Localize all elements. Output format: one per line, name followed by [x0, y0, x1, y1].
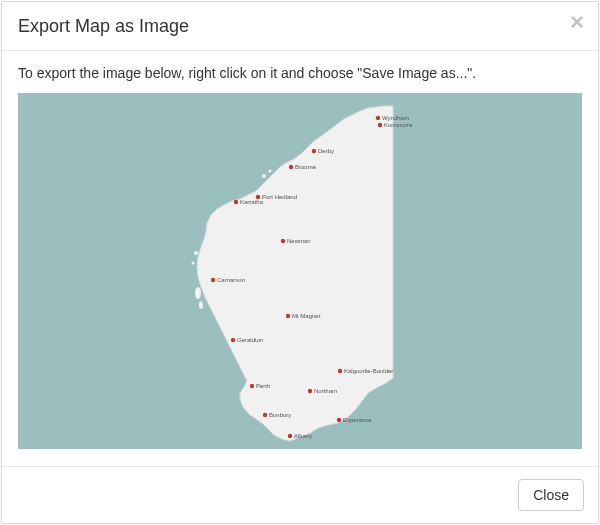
city-label: Albany — [294, 433, 312, 439]
city-marker — [234, 200, 238, 204]
city-marker — [378, 123, 382, 127]
city-label: Mt Magnet — [292, 313, 321, 319]
city-label: Kalgoorlie-Boulder — [344, 368, 393, 374]
landmass — [197, 106, 393, 441]
export-map-modal: Export Map as Image × To export the imag… — [1, 1, 599, 524]
city-marker — [376, 116, 380, 120]
city-label: Karratha — [240, 199, 264, 205]
city-marker — [281, 239, 285, 243]
city-marker — [286, 314, 290, 318]
city-label: Derby — [318, 148, 334, 154]
city-label: Newman — [287, 238, 311, 244]
close-icon[interactable]: × — [570, 10, 584, 34]
modal-footer: Close — [2, 466, 598, 523]
modal-body: To export the image below, right click o… — [2, 51, 598, 465]
map-image[interactable]: WyndhamKununurraDerbyBroomePort HedlandK… — [18, 93, 582, 449]
city-label: Broome — [295, 164, 317, 170]
city-label: Wyndham — [382, 115, 409, 121]
city-label: Perth — [256, 383, 270, 389]
island — [195, 287, 201, 299]
city-marker — [211, 278, 215, 282]
city-label: Port Hedland — [262, 194, 297, 200]
city-label: Carnarvon — [217, 277, 245, 283]
city-marker — [337, 418, 341, 422]
island — [194, 251, 198, 255]
city-label: Esperance — [343, 417, 372, 423]
close-button[interactable]: Close — [518, 479, 584, 511]
map-svg: WyndhamKununurraDerbyBroomePort HedlandK… — [18, 93, 582, 449]
modal-title: Export Map as Image — [18, 16, 582, 37]
city-marker — [263, 413, 267, 417]
city-label: Kununurra — [384, 122, 413, 128]
island — [192, 262, 195, 265]
city-marker — [289, 165, 293, 169]
city-marker — [308, 389, 312, 393]
island — [199, 301, 203, 309]
city-label: Geraldton — [237, 337, 263, 343]
city-marker — [312, 149, 316, 153]
city-marker — [338, 369, 342, 373]
city-marker — [231, 338, 235, 342]
modal-header: Export Map as Image × — [2, 2, 598, 51]
city-label: Northam — [314, 388, 337, 394]
city-marker — [288, 434, 292, 438]
island — [262, 174, 266, 178]
city-label: Bunbury — [269, 412, 291, 418]
export-instruction: To export the image below, right click o… — [18, 65, 582, 81]
island — [269, 170, 272, 173]
city-marker — [250, 384, 254, 388]
